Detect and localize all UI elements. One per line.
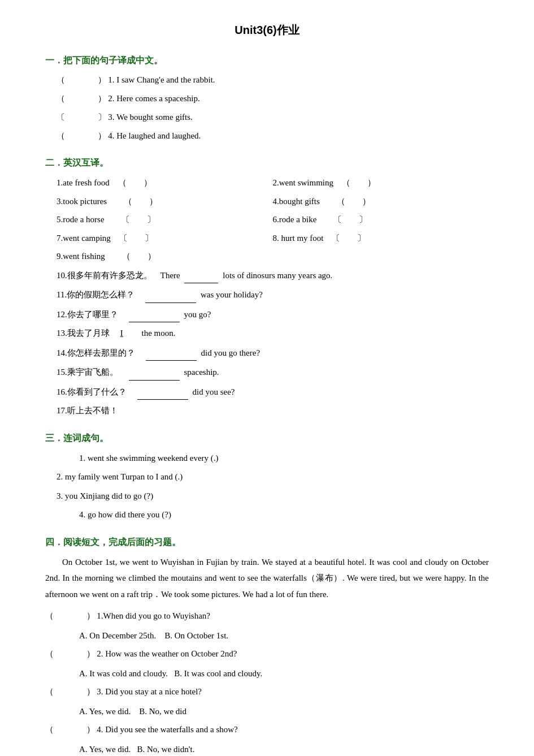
section-two: 二．英汉互译。 1.ate fresh food （ ） 2.went swim… bbox=[45, 157, 489, 419]
list-item: 15.乘宇宙飞船。 spaceship. bbox=[57, 364, 489, 381]
section-two-title: 二．英汉互译。 bbox=[45, 157, 489, 169]
page-title: Unit3(6)作业 bbox=[45, 23, 489, 38]
section-three-content: 1. went she swimming weekend every (.) 2… bbox=[45, 450, 489, 523]
list-item: 1.ate fresh food （ ） 2.went swimming （ ） bbox=[57, 175, 489, 191]
list-item: 9.went fishing （ ） bbox=[57, 248, 489, 265]
list-item: 11.你的假期怎么样？ was your holiday? bbox=[57, 286, 489, 303]
list-item: 13.我去了月球 I the moon. bbox=[57, 325, 489, 342]
list-item: 3. you Xinjiang did to go (?) bbox=[57, 488, 489, 504]
answer-options: A. It was cold and cloudy. B. It was coo… bbox=[45, 666, 489, 682]
question-item: （ ） 1.When did you go to Wuyishan? bbox=[45, 608, 489, 624]
list-item: （ ） 1. I saw Chang'e and the rabbit. bbox=[57, 72, 489, 88]
list-item: 12.你去了哪里？ you go? bbox=[57, 306, 489, 323]
question-item: （ ） 4. Did you see the waterfalls and a … bbox=[45, 722, 489, 738]
section-four-title: 四．阅读短文，完成后面的习题。 bbox=[45, 537, 489, 548]
section-four: 四．阅读短文，完成后面的习题。 On October 1st, we went … bbox=[45, 537, 489, 757]
list-item: 5.rode a horse 〔 〕 6.rode a bike 〔 〕 bbox=[57, 211, 489, 228]
list-item: 10.很多年前有许多恐龙。 There lots of dinosurs man… bbox=[57, 267, 489, 284]
answer-options: A. On December 25th. B. On October 1st. bbox=[45, 628, 489, 644]
list-item: 16.你看到了什么？ did you see? bbox=[57, 383, 489, 400]
list-item: （ ） 4. He laughed and laughed. bbox=[57, 128, 489, 144]
list-item: （ ） 2. Here comes a spaceship. bbox=[57, 91, 489, 106]
list-item: 17.听上去不错！ bbox=[57, 403, 489, 419]
answer-options: A. Yes, we did. B. No, we did bbox=[45, 703, 489, 720]
section-three: 三．连词成句。 1. went she swimming weekend eve… bbox=[45, 433, 489, 523]
section-three-title: 三．连词成句。 bbox=[45, 433, 489, 444]
list-item: 3.took pictures （ ） 4.bought gifts （ ） bbox=[57, 193, 489, 210]
question-item: （ ） 3. Did you stay at a nice hotel? bbox=[45, 684, 489, 700]
section-one: 一．把下面的句子译成中文。 （ ） 1. I saw Chang'e and t… bbox=[45, 55, 489, 144]
section-two-content: 1.ate fresh food （ ） 2.went swimming （ ）… bbox=[45, 175, 489, 419]
answer-options: A. Yes, we did. B. No, we didn't. bbox=[45, 741, 489, 757]
reading-passage: On October 1st, we went to Wuyishan in F… bbox=[45, 554, 489, 603]
question-item: （ ） 2. How was the weather on October 2n… bbox=[45, 646, 489, 662]
list-item: 1. went she swimming weekend every (.) bbox=[57, 450, 489, 466]
list-item: 7.went camping 〔 〕 8. hurt my foot 〔 〕 bbox=[57, 230, 489, 247]
list-item: 2. my family went Turpan to I and (.) bbox=[57, 469, 489, 485]
list-item: 14.你怎样去那里的？ did you go there? bbox=[57, 344, 489, 361]
list-item: 4. go how did there you (?) bbox=[57, 507, 489, 523]
list-item: 〔 〕 3. We bought some gifts. bbox=[57, 110, 489, 125]
section-one-title: 一．把下面的句子译成中文。 bbox=[45, 55, 489, 67]
section-one-content: （ ） 1. I saw Chang'e and the rabbit. （ ）… bbox=[45, 72, 489, 144]
